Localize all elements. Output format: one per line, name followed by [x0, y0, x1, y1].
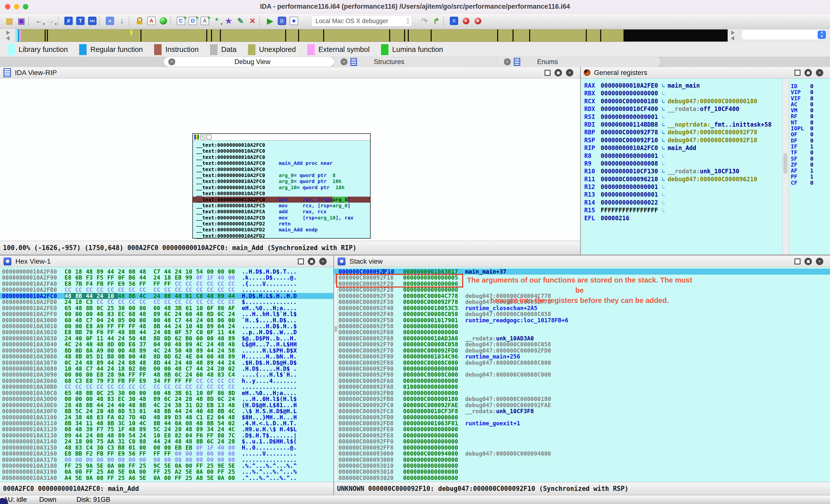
jump-arrow-icon[interactable]: ↳ — [662, 160, 665, 167]
float-panel-button[interactable] — [298, 258, 304, 264]
flag-row[interactable]: VM0 — [791, 107, 830, 114]
navigate-back-button[interactable]: ←▾ — [33, 15, 45, 27]
register-row[interactable]: RBX0000000000000000↳ — [581, 90, 782, 97]
disassembly-line[interactable]: __text:00000000010A2FC0arg_0= qword ptr … — [196, 172, 370, 178]
close-icon[interactable]: × — [168, 58, 175, 65]
hex-row[interactable]: 00000000010A2F80C018488944240848C7442410… — [0, 269, 333, 275]
navband-right-arrow2-icon[interactable] — [731, 36, 734, 40]
stack-row[interactable]: 000000C000092F48000000C00008C058debug047… — [334, 311, 830, 317]
pause-process-button[interactable]: || — [276, 15, 288, 27]
disassembly-line[interactable]: __text:00000000010A2FC0 — [196, 142, 370, 148]
hex-row[interactable]: 00000000010A3020E8BB70F6FF488B4424080F57… — [0, 329, 333, 335]
stack-row[interactable]: 000000C000092F600000000000000000 — [334, 329, 830, 335]
stack-row[interactable]: 000000C0000930100000000000000000 — [334, 463, 830, 469]
disassembly-line[interactable]: __text:00000000010A2FC0 — [196, 166, 370, 172]
hex-row[interactable]: 00000000010A30D00000004883EC3048896C2428… — [0, 396, 333, 402]
stack-row[interactable]: 000000C000092FC0000000C000092FAEdebug047… — [334, 402, 830, 408]
stack-row[interactable]: 000000C000092F6800000000010AD3A0__rodata… — [334, 336, 830, 341]
jump-arrow-icon[interactable]: ↳ — [662, 114, 665, 120]
disassembly-line[interactable]: __text:00000000010A2FC0arg_8= qword ptr … — [196, 178, 370, 184]
flag-row[interactable]: IF1 — [791, 144, 830, 150]
register-row[interactable]: RSP000000C000092F10↳debug047:000000C0000… — [581, 136, 782, 144]
hex-row[interactable]: 00000000010A3170000000000000000000000000… — [0, 457, 333, 463]
hex-row[interactable]: 00000000010A2FA0E87BF4FBFFE956FFFFFFCCCC… — [0, 281, 333, 287]
disassembly-line[interactable]: __text:00000000010A2FC0 — [196, 154, 370, 160]
disassembly-line[interactable]: __text:00000000010A2FC0main_Add proc nea… — [196, 160, 370, 166]
jump-arrow-icon[interactable]: ↳ — [662, 105, 665, 113]
stack-row[interactable]: 000000C000093000000000C000094000debug047… — [334, 451, 830, 456]
hex-row[interactable]: 00000000010A3060488B05D1B80B00488D0D624E… — [0, 353, 333, 359]
disassembly-line[interactable]: __text:00000000010A2FC0mov rax, [rsp+arg… — [193, 197, 370, 202]
stack-row[interactable]: 000000C000092FA80100000000000000 — [334, 384, 830, 390]
flag-row[interactable]: PF1 — [791, 174, 830, 180]
add-breakpoint-button[interactable]: + — [460, 15, 472, 27]
disassembly-window[interactable]: ✎ __text:00000000010A2FC0__text:00000000… — [192, 133, 371, 239]
stack-row[interactable]: 000000C000092F78000000C000092FD0debug047… — [334, 348, 830, 353]
disassembly-line[interactable]: __text:00000000010A2FD2main_Add endp — [196, 227, 370, 233]
disassembly-line[interactable]: __text:00000000010A2FC0arg_10= qword ptr… — [196, 185, 370, 190]
hex-row[interactable]: 00000000010A303024400F11442450488D0D62B0… — [0, 336, 333, 341]
jump-arrow-icon[interactable]: ↳ — [662, 82, 665, 89]
jump-arrow-icon[interactable]: ↳ — [662, 168, 665, 175]
register-row[interactable]: R1000000000010CF130↳__rodata:unk_10CF130 — [581, 167, 782, 175]
hex-row[interactable]: 00000000010A30B0CCCCCCCCCCCCCCCCCCCCCCCC… — [0, 384, 333, 390]
hex-row[interactable]: 00000000010A314024180075AA31C08844244848… — [0, 438, 333, 444]
flag-row[interactable]: DF0 — [791, 138, 830, 144]
register-row[interactable]: R80000000000000001↳ — [581, 152, 782, 160]
hex-row[interactable]: 00000000010A3120084839F7751F48895C242048… — [0, 426, 333, 432]
register-row[interactable]: R130000000000000001↳ — [581, 191, 782, 199]
run-to-cursor-button[interactable]: ↱ — [430, 15, 442, 27]
stack-row[interactable]: 000000C000092FE80000000000000000 — [334, 433, 830, 438]
register-row[interactable]: RSI0000000000000001↳ — [581, 113, 782, 121]
hex-row[interactable]: 00000000010A30E028488B442440488B4C243831… — [0, 402, 333, 408]
disassembly-line[interactable]: __text:00000000010A2FC0 — [196, 148, 370, 154]
hex-row[interactable]: 00000000010A30508D0D8AA9000048894C245048… — [0, 348, 333, 353]
register-row[interactable]: R120000000000000001↳ — [581, 183, 782, 191]
breakpoint-list-button[interactable]: ≡ — [448, 15, 460, 27]
make-struct-button[interactable]: ★ — [223, 15, 234, 27]
flag-row[interactable]: VIF0 — [791, 96, 830, 101]
tab-structures[interactable]: × Structures — [334, 57, 497, 67]
flag-row[interactable]: OF0 — [791, 132, 830, 137]
register-row[interactable]: EFL00000216 — [581, 215, 782, 222]
close-panel-button[interactable]: × — [319, 258, 327, 265]
restore-panel-button[interactable] — [804, 69, 812, 76]
make-data-button[interactable]: D+ — [187, 15, 199, 27]
stack-row[interactable]: 000000C000092FB00000000000000000 — [334, 390, 830, 396]
debugger-select[interactable]: Local Mac OS X debugger∧∨ — [311, 15, 412, 27]
restore-panel-button[interactable] — [554, 69, 562, 76]
hex-row[interactable]: 00000000010A31108B3411488B3C104C8B440A08… — [0, 420, 333, 426]
stack-row[interactable]: 000000C000092F70000000C00008C058debug047… — [334, 341, 830, 347]
hex-view-content[interactable]: 00000000010A2F80C018488944240848C7442410… — [0, 267, 333, 482]
float-panel-button[interactable] — [795, 258, 800, 264]
make-string-button[interactable]: *▾ — [211, 15, 223, 27]
hex-row[interactable]: 00000000010A30700C244889442408488D442440… — [0, 360, 333, 366]
make-array-button[interactable]: A+ — [199, 15, 211, 27]
hex-row[interactable]: 00000000010A30404C2440488D0DE63704004889… — [0, 341, 333, 347]
registers-header[interactable]: General registers × — [581, 67, 830, 78]
disassembly-line[interactable]: __text:00000000010A2FD2 — [196, 233, 370, 239]
analysis-indicator[interactable] — [157, 15, 169, 27]
disassembly-line[interactable]: __text:00000000010A2FD2retn — [196, 221, 370, 227]
flag-row[interactable]: AC0 — [791, 101, 830, 107]
lock-icon[interactable] — [133, 15, 146, 27]
flag-row[interactable]: RF0 — [791, 114, 830, 119]
register-row[interactable]: RCX000000C000000180↳debug047:000000C0000… — [581, 98, 782, 105]
jump-xref-button[interactable]: » — [104, 15, 116, 27]
stack-row[interactable]: 000000C000092F800000000001034C96runtime_… — [334, 353, 830, 359]
jump-arrow-icon[interactable]: ↳ — [662, 184, 665, 190]
close-panel-button[interactable]: × — [816, 258, 823, 265]
hex-row[interactable]: 00000000010A30A068C3E879F3FBFFE934FFFFFF… — [0, 378, 333, 384]
flag-row[interactable]: NT0 — [791, 120, 830, 126]
jump-operand-button[interactable]: ↓ — [116, 15, 128, 27]
float-panel-button[interactable] — [545, 70, 550, 76]
jump-arrow-icon[interactable]: ↳ — [662, 152, 665, 159]
close-panel-button[interactable]: × — [816, 69, 823, 76]
hex-row[interactable]: 00000000010A30100000E8A9FFFFFF488B442410… — [0, 323, 333, 329]
disassembly-line[interactable]: __text:00000000010A2FCDmov [rsp+arg_10],… — [196, 215, 370, 221]
hex-row[interactable]: 00000000010A30801048C74424180200000048C7… — [0, 366, 333, 372]
navband-left-arrow-icon[interactable] — [6, 31, 10, 35]
registers-scrollbar[interactable] — [783, 78, 789, 254]
disassembly-line[interactable]: __text:00000000010A2FC5mov rcx, [rsp+arg… — [196, 202, 370, 209]
disassembly-line[interactable]: __text:00000000010A2FCAadd rax, rcx — [196, 209, 370, 215]
